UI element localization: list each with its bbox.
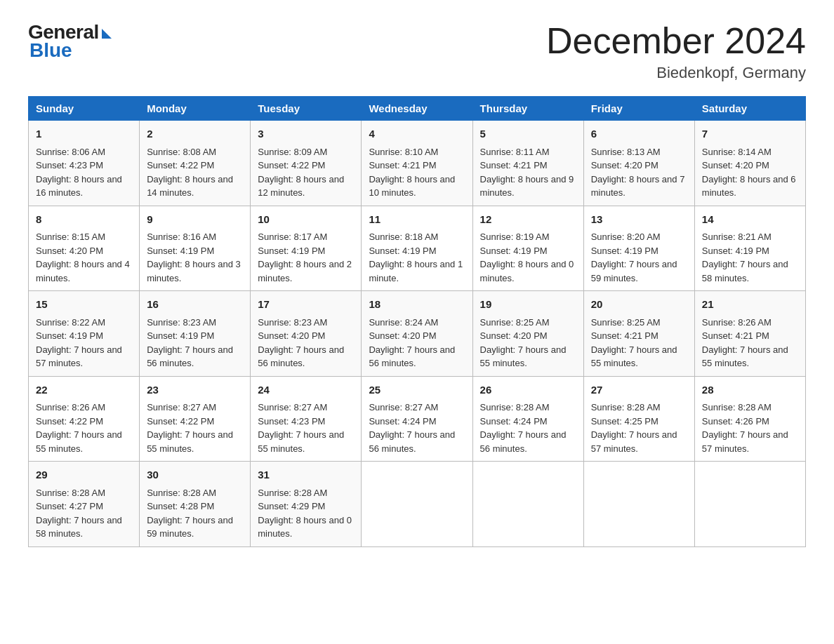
day-number: 4	[369, 126, 465, 142]
calendar-week-row: 1Sunrise: 8:06 AMSunset: 4:23 PMDaylight…	[29, 121, 806, 206]
calendar-cell: 28Sunrise: 8:28 AMSunset: 4:26 PMDayligh…	[694, 376, 805, 462]
day-info: Sunrise: 8:17 AMSunset: 4:19 PMDaylight:…	[258, 230, 354, 285]
calendar-cell: 3Sunrise: 8:09 AMSunset: 4:22 PMDaylight…	[251, 121, 362, 206]
calendar-cell: 8Sunrise: 8:15 AMSunset: 4:20 PMDaylight…	[29, 206, 140, 291]
day-number: 26	[480, 382, 576, 398]
calendar-cell: 30Sunrise: 8:28 AMSunset: 4:28 PMDayligh…	[140, 462, 251, 547]
calendar-cell: 25Sunrise: 8:27 AMSunset: 4:24 PMDayligh…	[362, 376, 472, 462]
day-number: 8	[36, 212, 132, 228]
day-number: 14	[702, 212, 798, 228]
day-info: Sunrise: 8:25 AMSunset: 4:20 PMDaylight:…	[480, 316, 576, 370]
day-number: 17	[258, 297, 354, 313]
day-info: Sunrise: 8:06 AMSunset: 4:23 PMDaylight:…	[36, 145, 132, 200]
day-number: 7	[702, 126, 798, 142]
month-title: December 2024	[546, 21, 806, 61]
day-number: 20	[591, 297, 687, 313]
calendar-cell: 23Sunrise: 8:27 AMSunset: 4:22 PMDayligh…	[140, 376, 251, 462]
day-info: Sunrise: 8:09 AMSunset: 4:22 PMDaylight:…	[258, 145, 354, 200]
day-info: Sunrise: 8:19 AMSunset: 4:19 PMDaylight:…	[480, 230, 576, 285]
day-number: 12	[480, 212, 576, 228]
calendar-week-row: 8Sunrise: 8:15 AMSunset: 4:20 PMDaylight…	[29, 206, 806, 291]
day-number: 30	[147, 467, 243, 483]
calendar-cell	[362, 462, 472, 547]
calendar-week-row: 29Sunrise: 8:28 AMSunset: 4:27 PMDayligh…	[29, 462, 806, 547]
calendar-week-row: 15Sunrise: 8:22 AMSunset: 4:19 PMDayligh…	[29, 291, 806, 377]
calendar-cell: 1Sunrise: 8:06 AMSunset: 4:23 PMDaylight…	[29, 121, 140, 206]
title-block: December 2024 Biedenkopf, Germany	[546, 21, 806, 82]
calendar-cell: 24Sunrise: 8:27 AMSunset: 4:23 PMDayligh…	[251, 376, 362, 462]
calendar-cell: 15Sunrise: 8:22 AMSunset: 4:19 PMDayligh…	[29, 291, 140, 377]
calendar-cell	[694, 462, 805, 547]
day-number: 19	[480, 297, 576, 313]
day-number: 6	[591, 126, 687, 142]
col-header-tuesday: Tuesday	[251, 97, 362, 121]
calendar-cell: 31Sunrise: 8:28 AMSunset: 4:29 PMDayligh…	[251, 462, 362, 547]
day-info: Sunrise: 8:27 AMSunset: 4:24 PMDaylight:…	[369, 401, 465, 455]
day-info: Sunrise: 8:28 AMSunset: 4:27 PMDaylight:…	[36, 486, 132, 541]
day-info: Sunrise: 8:20 AMSunset: 4:19 PMDaylight:…	[591, 230, 687, 285]
calendar-cell: 12Sunrise: 8:19 AMSunset: 4:19 PMDayligh…	[472, 206, 583, 291]
day-info: Sunrise: 8:23 AMSunset: 4:19 PMDaylight:…	[147, 316, 243, 370]
calendar-cell	[583, 462, 694, 547]
calendar-cell	[472, 462, 583, 547]
calendar-cell: 5Sunrise: 8:11 AMSunset: 4:21 PMDaylight…	[472, 121, 583, 206]
day-number: 21	[702, 297, 798, 313]
day-info: Sunrise: 8:28 AMSunset: 4:28 PMDaylight:…	[147, 486, 243, 541]
logo-arrow-icon	[102, 29, 112, 39]
calendar-cell: 16Sunrise: 8:23 AMSunset: 4:19 PMDayligh…	[140, 291, 251, 377]
day-info: Sunrise: 8:16 AMSunset: 4:19 PMDaylight:…	[147, 230, 243, 285]
day-info: Sunrise: 8:28 AMSunset: 4:24 PMDaylight:…	[480, 401, 576, 455]
day-number: 31	[258, 467, 354, 483]
calendar-cell: 13Sunrise: 8:20 AMSunset: 4:19 PMDayligh…	[583, 206, 694, 291]
calendar-cell: 19Sunrise: 8:25 AMSunset: 4:20 PMDayligh…	[472, 291, 583, 377]
calendar-cell: 11Sunrise: 8:18 AMSunset: 4:19 PMDayligh…	[362, 206, 472, 291]
calendar-cell: 29Sunrise: 8:28 AMSunset: 4:27 PMDayligh…	[29, 462, 140, 547]
calendar-table: SundayMondayTuesdayWednesdayThursdayFrid…	[28, 96, 806, 547]
day-number: 22	[36, 382, 132, 398]
calendar-cell: 4Sunrise: 8:10 AMSunset: 4:21 PMDaylight…	[362, 121, 472, 206]
day-info: Sunrise: 8:28 AMSunset: 4:25 PMDaylight:…	[591, 401, 687, 455]
day-info: Sunrise: 8:22 AMSunset: 4:19 PMDaylight:…	[36, 316, 132, 370]
day-info: Sunrise: 8:24 AMSunset: 4:20 PMDaylight:…	[369, 316, 465, 370]
calendar-cell: 21Sunrise: 8:26 AMSunset: 4:21 PMDayligh…	[694, 291, 805, 377]
col-header-saturday: Saturday	[694, 97, 805, 121]
calendar-cell: 9Sunrise: 8:16 AMSunset: 4:19 PMDaylight…	[140, 206, 251, 291]
day-number: 25	[369, 382, 465, 398]
day-number: 9	[147, 212, 243, 228]
day-number: 29	[36, 467, 132, 483]
day-info: Sunrise: 8:11 AMSunset: 4:21 PMDaylight:…	[480, 145, 576, 200]
page-header: General Blue December 2024 Biedenkopf, G…	[28, 21, 806, 82]
day-number: 27	[591, 382, 687, 398]
logo-blue-text: Blue	[29, 39, 72, 62]
calendar-cell: 22Sunrise: 8:26 AMSunset: 4:22 PMDayligh…	[29, 376, 140, 462]
day-info: Sunrise: 8:08 AMSunset: 4:22 PMDaylight:…	[147, 145, 243, 200]
day-number: 1	[36, 126, 132, 142]
day-info: Sunrise: 8:18 AMSunset: 4:19 PMDaylight:…	[369, 230, 465, 285]
day-info: Sunrise: 8:23 AMSunset: 4:20 PMDaylight:…	[258, 316, 354, 370]
day-info: Sunrise: 8:21 AMSunset: 4:19 PMDaylight:…	[702, 230, 798, 285]
calendar-cell: 2Sunrise: 8:08 AMSunset: 4:22 PMDaylight…	[140, 121, 251, 206]
day-number: 16	[147, 297, 243, 313]
calendar-cell: 17Sunrise: 8:23 AMSunset: 4:20 PMDayligh…	[251, 291, 362, 377]
day-info: Sunrise: 8:10 AMSunset: 4:21 PMDaylight:…	[369, 145, 465, 200]
col-header-monday: Monday	[140, 97, 251, 121]
day-number: 5	[480, 126, 576, 142]
day-info: Sunrise: 8:28 AMSunset: 4:26 PMDaylight:…	[702, 401, 798, 455]
logo: General Blue	[28, 21, 112, 62]
calendar-cell: 27Sunrise: 8:28 AMSunset: 4:25 PMDayligh…	[583, 376, 694, 462]
day-number: 24	[258, 382, 354, 398]
day-number: 18	[369, 297, 465, 313]
day-number: 13	[591, 212, 687, 228]
day-info: Sunrise: 8:28 AMSunset: 4:29 PMDaylight:…	[258, 486, 354, 541]
day-number: 3	[258, 126, 354, 142]
day-info: Sunrise: 8:26 AMSunset: 4:21 PMDaylight:…	[702, 316, 798, 370]
day-number: 10	[258, 212, 354, 228]
day-info: Sunrise: 8:14 AMSunset: 4:20 PMDaylight:…	[702, 145, 798, 200]
day-info: Sunrise: 8:13 AMSunset: 4:20 PMDaylight:…	[591, 145, 687, 200]
col-header-sunday: Sunday	[29, 97, 140, 121]
calendar-cell: 10Sunrise: 8:17 AMSunset: 4:19 PMDayligh…	[251, 206, 362, 291]
calendar-header-row: SundayMondayTuesdayWednesdayThursdayFrid…	[29, 97, 806, 121]
day-number: 15	[36, 297, 132, 313]
calendar-cell: 7Sunrise: 8:14 AMSunset: 4:20 PMDaylight…	[694, 121, 805, 206]
day-number: 2	[147, 126, 243, 142]
